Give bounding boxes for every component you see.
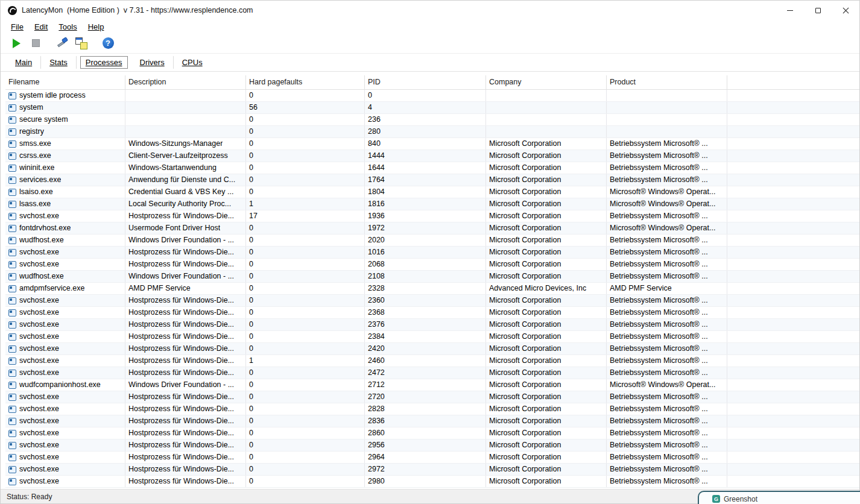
table-row[interactable]: svchost.exeHostprozess für Windows-Die..… — [5, 415, 859, 427]
process-icon — [8, 140, 16, 148]
greenshot-label: Greenshot — [724, 495, 757, 503]
minimize-icon — [787, 10, 793, 11]
toolbar: ? — [1, 33, 859, 54]
process-icon — [8, 237, 16, 244]
table-row[interactable]: wudfhost.exeWindows Driver Foundation - … — [5, 235, 859, 247]
titlebar: LatencyMon (Home Edition ) v 7.31 - http… — [1, 1, 859, 20]
process-icon — [8, 345, 16, 353]
table-row[interactable]: svchost.exeHostprozess für Windows-Die..… — [5, 343, 859, 355]
menu-tools[interactable]: Tools — [53, 22, 82, 31]
column-header-hard-pagefaults[interactable]: Hard pagefaults — [246, 75, 365, 89]
process-icon — [8, 466, 16, 473]
process-icon — [8, 418, 16, 425]
column-header-filler — [727, 75, 859, 89]
table-row[interactable]: svchost.exeHostprozess für Windows-Die..… — [5, 210, 859, 222]
maximize-icon — [815, 8, 821, 13]
table-header: Filename Description Hard pagefaults PID… — [5, 75, 859, 90]
table-row[interactable]: svchost.exeHostprozess für Windows-Die..… — [5, 403, 859, 415]
table-row[interactable]: svchost.exeHostprozess für Windows-Die..… — [5, 452, 859, 464]
stop-monitor-icon — [32, 39, 40, 47]
process-icon — [8, 478, 16, 485]
table-row[interactable]: svchost.exeHostprozess für Windows-Die..… — [5, 307, 859, 319]
process-icon — [8, 225, 16, 232]
window-controls — [776, 1, 859, 20]
table-row[interactable]: smss.exeWindows-Sitzungs-Manager0840Micr… — [5, 138, 859, 150]
table-row[interactable]: wudfhost.exeWindows Driver Foundation - … — [5, 271, 859, 283]
process-icon — [8, 321, 16, 329]
menubar: File Edit Tools Help — [1, 20, 859, 33]
table-row[interactable]: lsaiso.exeCredential Guard & VBS Key ...… — [5, 186, 859, 198]
table-row[interactable]: svchost.exeHostprozess für Windows-Die..… — [5, 295, 859, 307]
column-header-description[interactable]: Description — [125, 75, 246, 89]
table-row[interactable]: wininit.exeWindows-Startanwendung01644Mi… — [5, 162, 859, 174]
table-row[interactable]: svchost.exeHostprozess für Windows-Die..… — [5, 319, 859, 331]
table-row[interactable]: svchost.exeHostprozess für Windows-Die..… — [5, 331, 859, 343]
table-row[interactable]: amdpmfservice.exeAMD PMF Service02328Adv… — [5, 283, 859, 295]
process-icon — [8, 249, 16, 256]
process-icon — [8, 309, 16, 317]
close-button[interactable] — [832, 1, 859, 20]
table-row[interactable]: svchost.exeHostprozess für Windows-Die..… — [5, 464, 859, 476]
menu-file[interactable]: File — [5, 22, 29, 31]
process-icon — [8, 333, 16, 341]
maximize-button[interactable] — [804, 1, 832, 20]
table-row[interactable]: svchost.exeHostprozess für Windows-Die..… — [5, 247, 859, 259]
driver-tools-button[interactable] — [54, 36, 71, 51]
table-row[interactable]: lsass.exeLocal Security Authority Proc..… — [5, 198, 859, 210]
table-row[interactable]: registry0280 — [5, 126, 859, 138]
process-table: Filename Description Hard pagefaults PID… — [1, 72, 859, 489]
table-row[interactable]: system idle process00 — [5, 90, 859, 102]
process-icon — [8, 153, 16, 160]
table-row[interactable]: svchost.exeHostprozess für Windows-Die..… — [5, 259, 859, 271]
process-icon — [8, 370, 16, 377]
process-icon — [8, 285, 16, 292]
table-row[interactable]: secure system0236 — [5, 114, 859, 126]
menu-edit[interactable]: Edit — [29, 22, 53, 31]
process-icon — [8, 92, 16, 99]
column-header-filename[interactable]: Filename — [5, 75, 125, 89]
greenshot-notification[interactable]: G Greenshot — [698, 491, 860, 504]
driver-tools-icon — [56, 37, 68, 49]
column-header-product[interactable]: Product — [607, 75, 727, 89]
help-button[interactable]: ? — [100, 36, 116, 51]
menu-help[interactable]: Help — [83, 22, 110, 31]
table-row[interactable]: svchost.exeHostprozess für Windows-Die..… — [5, 367, 859, 379]
table-row[interactable]: svchost.exeHostprozess für Windows-Die..… — [5, 476, 859, 488]
tab-stats[interactable]: Stats — [41, 56, 77, 69]
window-title: LatencyMon (Home Edition ) v 7.31 - http… — [22, 6, 253, 14]
process-icon — [8, 116, 16, 124]
greenshot-icon: G — [712, 495, 720, 503]
process-icon — [8, 261, 16, 268]
start-monitor-button[interactable] — [8, 36, 25, 51]
process-icon — [8, 358, 16, 365]
table-row[interactable]: services.exeAnwendung für Dienste und C.… — [5, 174, 859, 186]
column-header-company[interactable]: Company — [486, 75, 607, 89]
process-icon — [8, 104, 16, 112]
copy-report-button[interactable] — [73, 36, 90, 51]
table-row[interactable]: svchost.exeHostprozess für Windows-Die..… — [5, 427, 859, 439]
table-row[interactable]: fontdrvhost.exeUsermode Font Driver Host… — [5, 222, 859, 235]
column-header-pid[interactable]: PID — [365, 75, 486, 89]
tab-main[interactable]: Main — [7, 56, 41, 69]
process-table-body: system idle process00system564secure sys… — [5, 90, 859, 488]
process-icon — [8, 394, 16, 401]
table-row[interactable]: csrss.exeClient-Server-Laufzeitprozess01… — [5, 150, 859, 162]
tabbar: Main Stats Processes Drivers CPUs — [1, 54, 859, 72]
process-icon — [8, 201, 16, 208]
table-row[interactable]: svchost.exeHostprozess für Windows-Die..… — [5, 355, 859, 367]
process-icon — [8, 189, 16, 196]
process-icon — [8, 430, 16, 437]
table-row[interactable]: system564 — [5, 102, 859, 114]
table-row[interactable]: svchost.exeHostprozess für Windows-Die..… — [5, 391, 859, 403]
tab-cpus[interactable]: CPUs — [174, 56, 211, 69]
stop-monitor-button[interactable] — [27, 36, 44, 51]
table-row[interactable]: wudfcompanionhost.exeWindows Driver Foun… — [5, 379, 859, 391]
minimize-button[interactable] — [776, 1, 804, 20]
process-icon — [8, 128, 16, 136]
tab-processes[interactable]: Processes — [80, 56, 128, 69]
tab-drivers[interactable]: Drivers — [131, 56, 174, 69]
process-icon — [8, 177, 16, 184]
table-row[interactable]: svchost.exeHostprozess für Windows-Die..… — [5, 439, 859, 452]
process-icon — [8, 297, 16, 304]
start-monitor-icon — [13, 39, 21, 48]
